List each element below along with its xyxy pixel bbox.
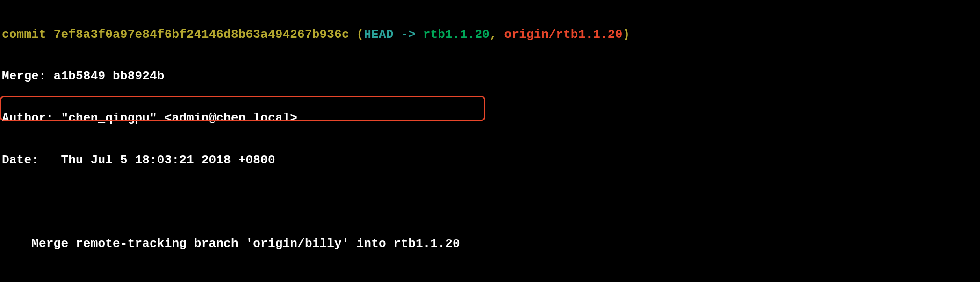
blank-line — [2, 279, 978, 282]
commit-hash: 7ef8a3f0a97e84f6bf24146d8b63a494267b936c — [54, 28, 349, 42]
author-line: Author: "chen_qingpu" <admin@chen.local> — [2, 112, 978, 126]
head-branch: rtb1.1.20 — [423, 28, 490, 42]
commit-line-1: commit 7ef8a3f0a97e84f6bf24146d8b63a4942… — [2, 28, 978, 42]
paren-close: ) — [622, 28, 630, 42]
remote-ref: origin/rtb1.1.20 — [504, 28, 623, 42]
commit-message: Merge remote-tracking branch 'origin/bil… — [2, 237, 978, 251]
commit-keyword: commit — [2, 28, 54, 42]
head-label: HEAD -> — [364, 28, 423, 42]
blank-line — [2, 195, 978, 209]
ref-separator: , — [490, 28, 504, 42]
merge-line: Merge: a1b5849 bb8924b — [2, 70, 978, 84]
paren-open: ( — [349, 28, 364, 42]
terminal-output[interactable]: commit 7ef8a3f0a97e84f6bf24146d8b63a4942… — [0, 0, 980, 282]
date-line: Date: Thu Jul 5 18:03:21 2018 +0800 — [2, 154, 978, 168]
